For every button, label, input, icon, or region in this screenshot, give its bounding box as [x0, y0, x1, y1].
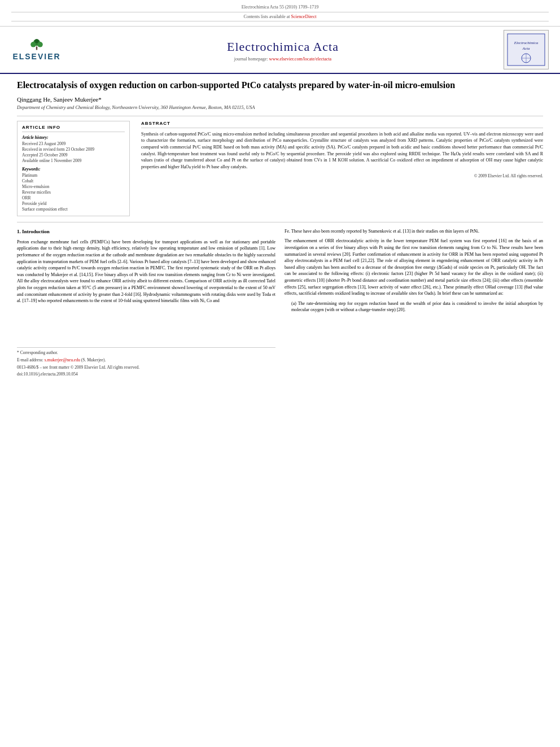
elsevier-wordmark: ELSEVIER [12, 52, 60, 61]
article-body: Electrocatalysis of oxygen reduction on … [0, 74, 560, 385]
article-info-box: ARTICLE INFO Article history: Received 2… [17, 121, 130, 216]
sciencedirect-link[interactable]: ScienceDirect [291, 14, 317, 19]
homepage-url[interactable]: www.elsevier.com/locate/electacta [269, 56, 332, 62]
elsevier-logo: ELSEVIER [11, 38, 62, 61]
email-label: E-mail address: [17, 357, 43, 362]
keyword-2: Cobalt [22, 178, 125, 184]
journal-citation: Electrochimica Acta 55 (2010) 1709–1719 [11, 5, 549, 10]
intro-section-title: 1. Introduction [17, 228, 275, 235]
svg-text:Acta: Acta [522, 46, 530, 51]
divider [17, 116, 543, 116]
footnote-corresponding: * Corresponding author. [17, 350, 275, 356]
svg-text:Electrochimica: Electrochimica [514, 41, 539, 45]
right-paragraph-1: Fe. These have also been recently report… [285, 228, 543, 235]
right-column: Fe. These have also been recently report… [285, 228, 543, 379]
footnote-issn: 0013-4686/$ – see front matter © 2009 El… [17, 365, 275, 371]
corresponding-label: * Corresponding author. [17, 350, 58, 355]
footnote-area: * Corresponding author. E-mail address: … [17, 347, 275, 378]
affiliation: Department of Chemistry and Chemical Bio… [17, 104, 543, 110]
intro-paragraph-1: Proton exchange membrane fuel cells (PEM… [17, 239, 275, 304]
keyword-1: Platinum [22, 173, 125, 178]
content-lists-bar: Contents lists available at ScienceDirec… [11, 12, 549, 21]
keyword-5: ORR [22, 195, 125, 200]
elsevier-tree-icon [25, 38, 48, 52]
accepted-date: Accepted 25 October 2009 [22, 152, 125, 158]
left-column: 1. Introduction Proton exchange membrane… [17, 228, 275, 379]
keyword-7: Surface composition effect [22, 207, 125, 212]
footnote-email: E-mail address: s.mukerjee@neu.edu (S. M… [17, 357, 275, 364]
svg-point-2 [37, 42, 43, 47]
keyword-3: Micro-emulsion [22, 184, 125, 189]
divider-2 [17, 222, 543, 222]
received-date: Received 23 August 2009 [22, 141, 125, 146]
list-item-a: (a) The rate-determining step for oxygen… [291, 300, 543, 313]
electrochimica-acta-logo: Electrochimica Acta [506, 33, 546, 67]
content-lists-text: Contents lists available at [244, 14, 290, 19]
journal-header: Electrochimica Acta 55 (2010) 1709–1719 … [0, 0, 560, 27]
keyword-4: Reverse micelles [22, 190, 125, 195]
email-link[interactable]: s.mukerjee@neu.edu [45, 357, 80, 362]
abstract-title: ABSTRACT [141, 121, 543, 128]
authors: Qinggang He, Sanjeev Mukerjee* [17, 96, 543, 103]
article-info-abstract: ARTICLE INFO Article history: Received 2… [17, 121, 543, 216]
article-title: Electrocatalysis of oxygen reduction on … [17, 80, 543, 91]
header-flex: ELSEVIER Electrochimica Acta journal hom… [0, 27, 560, 74]
received-revised-date: Received in revised form 23 October 2009 [22, 147, 125, 152]
abstract-text: Synthesis of carbon-supported PtCo/C usi… [141, 131, 543, 171]
keywords-section: Keywords: Platinum Cobalt Micro-emulsion… [22, 167, 125, 212]
available-online-date: Available online 1 November 2009 [22, 158, 125, 163]
journal-logo-right: Electrochimica Acta [504, 30, 549, 69]
journal-title: Electrochimica Acta [62, 40, 504, 54]
footnote-doi: doi:10.1016/j.electacta.2009.10.054 [17, 372, 275, 378]
copyright: © 2009 Elsevier Ltd. All rights reserved… [141, 173, 543, 178]
keywords-label: Keywords: [22, 167, 125, 172]
svg-point-4 [34, 39, 38, 43]
email-name: (S. Mukerjee). [81, 357, 106, 362]
journal-homepage: journal homepage: www.elsevier.com/locat… [62, 56, 504, 62]
main-content: 1. Introduction Proton exchange membrane… [17, 228, 543, 379]
svg-point-1 [30, 42, 36, 47]
history-label: Article history: [22, 135, 125, 140]
author-names: Qinggang He, Sanjeev Mukerjee* [17, 96, 102, 103]
header-center: Electrochimica Acta journal homepage: ww… [62, 36, 504, 64]
keyword-6: Peroxide yield [22, 201, 125, 206]
right-paragraph-2: The enhancement of ORR electrocatalytic … [285, 238, 543, 296]
homepage-label: journal homepage: [234, 56, 268, 62]
article-info-title: ARTICLE INFO [22, 125, 125, 132]
abstract-section: ABSTRACT Synthesis of carbon-supported P… [141, 121, 543, 216]
svg-rect-3 [36, 46, 37, 50]
